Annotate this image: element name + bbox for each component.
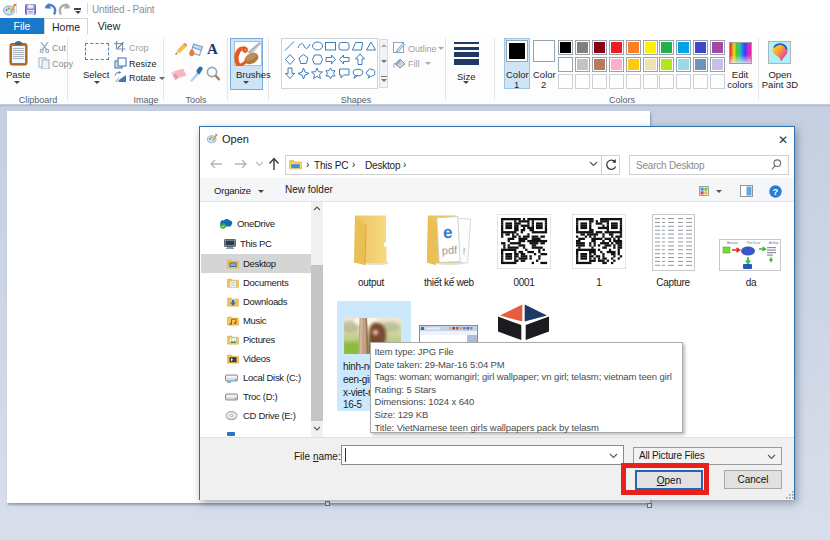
svg-text:?: ?	[773, 186, 779, 197]
svg-text:pdf: pdf	[442, 244, 459, 257]
svg-text:Port Scan: Port Scan	[747, 241, 761, 245]
svg-text:Amazon: Amazon	[727, 241, 738, 245]
svg-text:e: e	[442, 223, 452, 242]
svg-text:AirGap: AirGap	[769, 241, 779, 245]
